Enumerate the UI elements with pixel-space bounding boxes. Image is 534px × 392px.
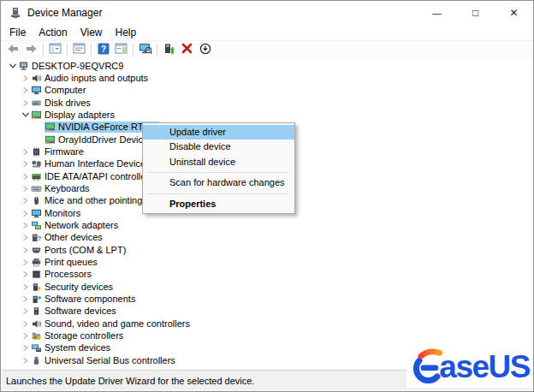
menu-view[interactable]: View <box>79 26 104 39</box>
monitor-icon <box>31 86 43 95</box>
tree-item-print-queues[interactable]: Print queues <box>2 256 532 268</box>
tree-item-computer[interactable]: Computer <box>2 85 532 97</box>
properties-button[interactable] <box>70 42 88 58</box>
tree-item-storage-controllers[interactable]: Storage controllers <box>2 330 532 342</box>
chevron-expanded-icon[interactable] <box>7 62 18 70</box>
device-manager-window: Device Manager — □ ✕ File Action View He… <box>0 0 534 392</box>
context-menu-item-scan-for-hardware-changes[interactable]: Scan for hardware changes <box>143 175 294 190</box>
menu-file[interactable]: File <box>8 26 27 39</box>
back-icon <box>7 43 20 57</box>
chevron-collapsed-icon[interactable] <box>20 222 31 229</box>
easeus-logo-text: aseUS <box>439 350 530 384</box>
toolbar-separator <box>133 44 134 56</box>
forward-icon <box>25 43 38 57</box>
tree-item-label: Sound, video and game controllers <box>44 318 190 330</box>
tree-item-other-devices[interactable]: ? Other devices <box>2 232 532 244</box>
processor-icon <box>31 270 43 279</box>
tree-item-desktop-9eqvrc9[interactable]: DESKTOP-9EQVRC9 <box>2 60 532 72</box>
chevron-collapsed-icon[interactable] <box>20 270 31 278</box>
tree-item-label: Universal Serial Bus controllers <box>44 355 175 366</box>
tree-item-label: IDE ATA/ATAPI controllers <box>44 171 154 182</box>
tree-item-label: Network adapters <box>44 220 118 231</box>
tree-item-sound-video-and-game-controllers[interactable]: Sound, video and game controllers <box>2 318 532 330</box>
svg-text:?: ? <box>100 44 105 53</box>
tree-item-software-devices[interactable]: Software devices <box>2 306 532 318</box>
chevron-collapsed-icon[interactable] <box>20 210 31 217</box>
chevron-collapsed-icon[interactable] <box>20 307 31 315</box>
menu-action[interactable]: Action <box>37 26 68 39</box>
chevron-collapsed-icon[interactable] <box>20 320 31 328</box>
chevron-collapsed-icon[interactable] <box>20 344 31 352</box>
minimize-button[interactable]: — <box>418 1 456 28</box>
update-driver-button[interactable] <box>160 42 178 58</box>
chevron-collapsed-icon[interactable] <box>20 99 31 107</box>
back-button[interactable] <box>4 42 22 58</box>
scan-hardware-changes-button[interactable] <box>136 42 154 58</box>
chevron-expanded-icon[interactable] <box>20 110 31 119</box>
help-button[interactable]: ? <box>94 42 112 58</box>
chevron-collapsed-icon[interactable] <box>20 283 31 291</box>
tree-item-disk-drives[interactable]: Disk drives <box>2 97 532 109</box>
disable-device-button[interactable] <box>196 42 214 58</box>
tree-item-display-adapters[interactable]: Display adapters <box>2 109 532 121</box>
tree-item-ports-com-lpt[interactable]: Ports (COM & LPT) <box>2 244 532 256</box>
menu-help[interactable]: Help <box>114 26 139 39</box>
chevron-collapsed-icon[interactable] <box>20 173 31 181</box>
chevron-collapsed-icon[interactable] <box>20 74 31 82</box>
window-title: Device Manager <box>27 7 102 19</box>
status-text: Launches the Update Driver Wizard for th… <box>6 376 254 386</box>
tree-item-label: Firmware <box>44 146 84 157</box>
chevron-collapsed-icon[interactable] <box>20 148 31 156</box>
show-hide-console-tree-button[interactable] <box>46 42 64 58</box>
maximize-button[interactable]: □ <box>456 1 495 25</box>
tree-item-software-components[interactable]: Software components <box>2 293 532 305</box>
chevron-collapsed-icon[interactable] <box>20 258 31 266</box>
sound-controller-icon <box>31 319 43 329</box>
action-pane-button[interactable] <box>112 42 130 58</box>
forward-button[interactable] <box>22 42 40 58</box>
chevron-collapsed-icon[interactable] <box>20 295 31 303</box>
chevron-collapsed-icon[interactable] <box>20 246 31 254</box>
chevron-collapsed-icon[interactable] <box>20 160 31 168</box>
chevron-collapsed-icon[interactable] <box>20 185 31 193</box>
close-button[interactable]: ✕ <box>495 1 533 25</box>
printer-icon <box>31 258 43 267</box>
system-device-icon <box>31 343 43 353</box>
chevron-collapsed-icon[interactable] <box>20 86 31 94</box>
context-menu-item-properties[interactable]: Properties <box>143 197 294 211</box>
tree-item-security-devices[interactable]: Security devices <box>2 281 532 293</box>
window-controls: — □ ✕ <box>418 1 533 25</box>
easeus-watermark: aseUS <box>406 347 531 388</box>
context-menu-item-disable-device[interactable]: Disable device <box>143 140 294 154</box>
software-component-icon <box>31 294 43 304</box>
keyboard-icon <box>31 184 43 193</box>
ide-controller-icon <box>31 172 43 181</box>
mouse-icon <box>31 196 43 205</box>
tree-item-label: Mice and other pointing d <box>44 195 151 206</box>
firmware-icon <box>31 147 43 157</box>
tree-item-label: Security devices <box>44 282 113 293</box>
tree-item-label: Disk drives <box>44 98 91 109</box>
tree-item-label: Audio inputs and outputs <box>44 73 148 84</box>
tree-item-label: System devices <box>44 342 110 353</box>
context-menu-item-update-driver[interactable]: Update driver <box>143 125 294 140</box>
svg-text:?: ? <box>38 235 42 242</box>
tree-item-label: Ports (COM & LPT) <box>44 245 126 256</box>
uninstall-device-button[interactable] <box>178 42 196 58</box>
context-menu-separator <box>149 193 288 194</box>
tree-item-processors[interactable]: Processors <box>2 269 532 281</box>
tree-item-network-adapters[interactable]: Network adapters <box>2 219 532 231</box>
tree-item-audio-inputs-and-outputs[interactable]: Audio inputs and outputs <box>2 72 532 84</box>
tree-item-label: Software devices <box>44 306 116 317</box>
chevron-collapsed-icon[interactable] <box>20 357 31 365</box>
tree-item-label: Monitors <box>44 208 80 219</box>
chevron-collapsed-icon[interactable] <box>20 332 31 340</box>
tree-item-label: Human Interface Devices <box>44 158 151 169</box>
tree-item-label: Software components <box>44 294 135 305</box>
tree-item-label: OrayIddDriver Device <box>58 134 148 146</box>
update-driver-icon <box>163 43 175 57</box>
chevron-collapsed-icon[interactable] <box>20 234 31 241</box>
software-device-icon <box>31 306 43 316</box>
chevron-collapsed-icon[interactable] <box>20 197 31 205</box>
context-menu-item-uninstall-device[interactable]: Uninstall device <box>143 155 294 169</box>
